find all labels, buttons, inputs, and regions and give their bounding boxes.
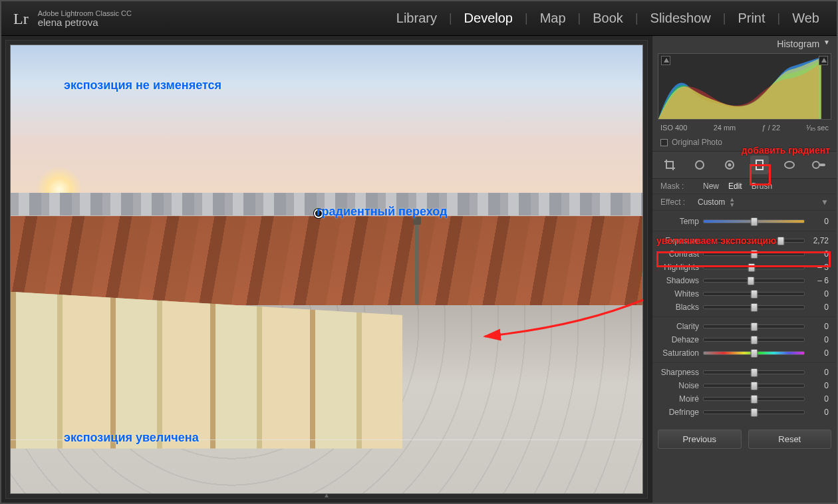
reset-button[interactable]: Reset xyxy=(748,430,832,449)
histogram-title: Histogram xyxy=(777,39,819,49)
slider-highlights[interactable]: Highlights– 3 xyxy=(652,261,837,274)
slider-track[interactable] xyxy=(703,410,805,414)
module-separator: | xyxy=(635,11,638,25)
module-book[interactable]: Book xyxy=(587,8,628,29)
slider-thumb[interactable] xyxy=(750,368,758,377)
exif-aperture: ƒ / 22 xyxy=(762,124,781,132)
sliders-area: Temp0Exposure2,72Contrast0Highlights– 3S… xyxy=(652,211,837,426)
slider-track[interactable] xyxy=(703,219,805,223)
slider-temp[interactable]: Temp0 xyxy=(652,215,837,228)
histogram[interactable] xyxy=(658,53,831,120)
slider-thumb[interactable] xyxy=(750,408,758,417)
slider-thumb[interactable] xyxy=(750,322,758,331)
image-sky xyxy=(11,45,642,207)
gradient-line-bottom[interactable] xyxy=(11,440,642,440)
slider-thumb[interactable] xyxy=(750,395,758,404)
slider-moiré[interactable]: Moiré0 xyxy=(652,392,837,406)
slider-thumb[interactable] xyxy=(750,349,758,358)
slider-track[interactable] xyxy=(703,384,805,388)
slider-whites[interactable]: Whites0 xyxy=(652,287,837,301)
slider-track[interactable] xyxy=(703,370,805,374)
slider-group-1: Exposure2,72Contrast0Highlights– 3Shadow… xyxy=(652,231,837,317)
slider-thumb[interactable] xyxy=(750,303,758,312)
slider-shadows[interactable]: Shadows– 6 xyxy=(652,274,837,287)
collapse-icon: ▼ xyxy=(823,39,830,49)
module-map[interactable]: Map xyxy=(535,8,571,29)
slider-track[interactable] xyxy=(703,252,805,256)
slider-track[interactable] xyxy=(703,397,805,401)
module-library[interactable]: Library xyxy=(391,8,442,29)
shadow-clip-indicator[interactable] xyxy=(661,56,670,65)
original-photo-row[interactable]: Original Photo xyxy=(652,136,837,151)
slider-thumb[interactable] xyxy=(748,263,756,272)
svg-rect-7 xyxy=(756,160,763,170)
slider-label: Exposure xyxy=(652,236,703,245)
slider-thumb[interactable] xyxy=(750,250,758,259)
slider-track[interactable] xyxy=(703,239,805,243)
exif-shutter: ¹⁄₂₅ sec xyxy=(806,124,829,132)
product-block: Adobe Lightroom Classic CC elena petrova xyxy=(38,9,132,28)
slider-track[interactable] xyxy=(703,265,805,269)
gradient-pin[interactable] xyxy=(314,209,323,218)
spot-removal-tool[interactable] xyxy=(690,156,709,174)
slider-thumb[interactable] xyxy=(777,237,785,245)
mask-edit[interactable]: Edit xyxy=(728,182,742,191)
slider-sharpness[interactable]: Sharpness0 xyxy=(652,366,837,379)
svg-rect-3 xyxy=(666,168,675,169)
slider-thumb[interactable] xyxy=(750,336,758,344)
graduated-filter-tool[interactable] xyxy=(750,156,769,174)
slider-contrast[interactable]: Contrast0 xyxy=(652,247,837,261)
module-develop[interactable]: Develop xyxy=(459,8,518,29)
slider-thumb[interactable] xyxy=(750,217,758,226)
svg-rect-10 xyxy=(819,164,825,166)
slider-track[interactable] xyxy=(703,338,805,342)
mask-brush[interactable]: Brush xyxy=(752,182,772,191)
slider-dehaze[interactable]: Dehaze0 xyxy=(652,333,837,346)
slider-track[interactable] xyxy=(703,279,805,283)
slider-saturation[interactable]: Saturation0 xyxy=(652,346,837,360)
gradient-line-top[interactable] xyxy=(11,215,642,216)
module-slideshow[interactable]: Slideshow xyxy=(645,8,716,29)
panel-expand-icon[interactable]: ▲ xyxy=(323,491,330,499)
slider-defringe[interactable]: Defringe0 xyxy=(652,406,837,419)
module-print[interactable]: Print xyxy=(732,8,770,29)
slider-thumb[interactable] xyxy=(747,277,754,285)
adjustment-brush-tool[interactable] xyxy=(810,156,829,174)
slider-thumb[interactable] xyxy=(750,382,758,390)
top-bar: Lr Adobe Lightroom Classic CC elena petr… xyxy=(1,1,837,36)
canvas-area[interactable]: экспозиция не изменяется градиентный пер… xyxy=(5,40,648,499)
slider-exposure[interactable]: Exposure2,72 xyxy=(652,234,837,247)
redeye-tool[interactable] xyxy=(720,156,739,174)
effect-row[interactable]: Effect : Custom ▲▼ ▼ xyxy=(652,194,837,211)
preview-image[interactable]: экспозиция не изменяется градиентный пер… xyxy=(10,45,643,494)
slider-clarity[interactable]: Clarity0 xyxy=(652,320,837,333)
slider-blacks[interactable]: Blacks0 xyxy=(652,301,837,314)
footer-button-row: Previous Reset xyxy=(658,430,831,449)
radial-filter-tool[interactable] xyxy=(780,156,799,174)
module-separator: | xyxy=(777,11,781,25)
effect-disclose-icon[interactable]: ▼ xyxy=(821,197,829,207)
slider-track[interactable] xyxy=(703,292,805,296)
local-tools-row xyxy=(652,151,837,179)
original-photo-checkbox[interactable] xyxy=(660,139,668,146)
slider-value: – 3 xyxy=(805,263,829,272)
slider-track[interactable] xyxy=(703,351,805,355)
mask-new[interactable]: New xyxy=(703,182,719,191)
effect-stepper-icon[interactable]: ▲▼ xyxy=(729,197,735,207)
slider-value: 0 xyxy=(805,289,829,299)
slider-track[interactable] xyxy=(703,324,805,328)
slider-noise[interactable]: Noise0 xyxy=(652,379,837,392)
slider-label: Temp xyxy=(652,217,703,226)
slider-value: 0 xyxy=(805,303,829,312)
slider-group-3: Sharpness0Noise0Moiré0Defringe0 xyxy=(652,363,837,422)
slider-track[interactable] xyxy=(703,305,805,309)
crop-tool[interactable] xyxy=(660,156,679,174)
module-separator: | xyxy=(525,11,528,25)
histogram-header[interactable]: Histogram▼ xyxy=(652,36,837,51)
highlight-clip-indicator[interactable] xyxy=(819,56,828,65)
module-picker: Library|Develop|Map|Book|Slideshow|Print… xyxy=(391,8,825,29)
previous-button[interactable]: Previous xyxy=(658,430,742,449)
module-web[interactable]: Web xyxy=(787,8,825,29)
slider-value: 2,72 xyxy=(805,236,829,245)
slider-thumb[interactable] xyxy=(750,290,758,299)
